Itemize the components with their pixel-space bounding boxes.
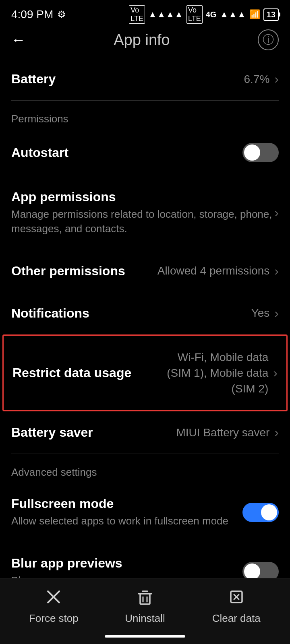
advanced-section-label: Advanced settings — [0, 454, 290, 483]
4g-icon: 4G — [206, 10, 217, 19]
clear-data-button[interactable]: Clear data — [204, 588, 269, 625]
battery-chevron: › — [274, 72, 279, 87]
notifications-chevron: › — [274, 306, 279, 321]
bottom-actions: Force stop Uninstall — [0, 578, 290, 631]
bottom-bar: Force stop Uninstall — [0, 578, 290, 644]
svg-rect-2 — [140, 594, 150, 604]
battery-saver-chevron: › — [274, 425, 279, 440]
autostart-row[interactable]: Autostart — [0, 129, 290, 176]
uninstall-icon — [136, 588, 154, 608]
clear-data-label: Clear data — [212, 612, 261, 625]
info-icon: ⓘ — [263, 32, 274, 47]
settings-icon: ⚙ — [57, 9, 66, 20]
info-button[interactable]: ⓘ — [258, 29, 279, 50]
status-left: 4:09 PM ⚙ — [11, 8, 66, 21]
wifi-icon: 📶 — [249, 9, 260, 20]
other-permissions-value: Allowed 4 permissions › — [157, 264, 279, 279]
force-stop-label: Force stop — [29, 612, 79, 625]
app-permissions-chevron: › — [273, 205, 279, 220]
status-right: VoLTE ▲▲▲▲ VoLTE 4G ▲▲▲ 📶 13 — [129, 5, 279, 24]
battery-row[interactable]: Battery 6.7% › — [0, 58, 290, 100]
signal1-icon: ▲▲▲▲ — [148, 9, 183, 20]
autostart-toggle[interactable] — [242, 143, 279, 162]
restrict-data-usage-row[interactable]: Restrict data usage Wi-Fi, Mobile data (… — [2, 334, 288, 412]
other-permissions-left: Other permissions — [11, 264, 157, 279]
autostart-toggle-container — [242, 143, 279, 162]
other-permissions-row[interactable]: Other permissions Allowed 4 permissions … — [0, 250, 290, 292]
uninstall-label: Uninstall — [125, 612, 165, 625]
fullscreen-toggle-container — [242, 503, 279, 522]
battery-icon: 13 — [263, 8, 279, 21]
force-stop-icon — [45, 588, 62, 608]
clear-data-icon — [228, 588, 245, 608]
top-nav: ← App info ⓘ — [0, 26, 290, 58]
battery-saver-value: MIUI Battery saver › — [176, 425, 279, 440]
restrict-data-value: Wi-Fi, Mobile data (SIM 1), Mobile data … — [165, 349, 278, 397]
fullscreen-mode-left: Fullscreen mode Allow selected apps to w… — [11, 496, 242, 528]
uninstall-button[interactable]: Uninstall — [113, 588, 177, 625]
autostart-toggle-thumb — [244, 144, 260, 161]
autostart-label: Autostart — [11, 145, 242, 160]
signal2-icon: ▲▲▲ — [220, 9, 246, 20]
notifications-row[interactable]: Notifications Yes › — [0, 292, 290, 334]
restrict-data-chevron: › — [273, 365, 278, 380]
status-bar: 4:09 PM ⚙ VoLTE ▲▲▲▲ VoLTE 4G ▲▲▲ 📶 13 — [0, 0, 290, 26]
volte2-icon: VoLTE — [186, 5, 203, 24]
app-permissions-row[interactable]: App permissions Manage permissions relat… — [0, 176, 290, 250]
fullscreen-toggle-thumb — [261, 504, 277, 520]
other-permissions-chevron: › — [274, 264, 279, 279]
fullscreen-toggle[interactable] — [242, 503, 279, 522]
blur-toggle-thumb — [244, 564, 260, 580]
volte1-icon: VoLTE — [129, 5, 145, 24]
fullscreen-mode-row[interactable]: Fullscreen mode Allow selected apps to w… — [0, 483, 290, 542]
permissions-section-label: Permissions — [0, 101, 290, 129]
app-permissions-left: App permissions Manage permissions relat… — [11, 190, 273, 236]
restrict-data-left: Restrict data usage — [12, 365, 165, 380]
page-title: App info — [114, 31, 170, 49]
battery-value: 6.7% › — [244, 72, 279, 87]
battery-saver-row[interactable]: Battery saver MIUI Battery saver › — [0, 411, 290, 454]
back-button[interactable]: ← — [11, 31, 26, 48]
notifications-value: Yes › — [251, 306, 279, 321]
battery-label: Battery — [11, 72, 244, 87]
time-display: 4:09 PM — [11, 8, 53, 21]
home-indicator — [105, 635, 185, 638]
force-stop-button[interactable]: Force stop — [21, 588, 86, 625]
battery-saver-left: Battery saver — [11, 425, 176, 440]
notifications-left: Notifications — [11, 306, 251, 321]
